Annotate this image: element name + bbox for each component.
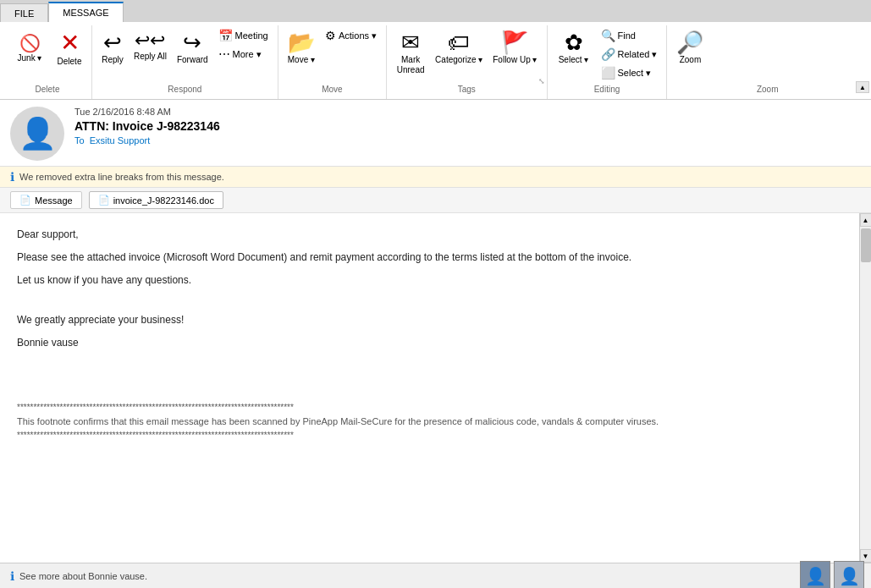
- find-button[interactable]: 🔍 Find: [597, 27, 662, 44]
- group-tags-label: Tags: [387, 85, 546, 94]
- scroll-thumb[interactable]: [861, 228, 871, 262]
- delete-button[interactable]: ✕ Delete: [52, 27, 86, 83]
- more-label: More ▾: [233, 49, 262, 60]
- more-button[interactable]: ⋯ More ▾: [214, 46, 273, 63]
- email-body-container[interactable]: Dear support, Please see the attached in…: [0, 213, 859, 546]
- forward-label: Forward: [177, 55, 208, 65]
- email-body: Dear support, Please see the attached in…: [17, 227, 842, 442]
- reply-all-button[interactable]: ↩↩ Reply All: [130, 27, 171, 83]
- main-content: 👤 Tue 2/16/2016 8:48 AM ATTN: Invoice J-…: [0, 100, 871, 588]
- tab-message[interactable]: MESSAGE: [48, 2, 123, 22]
- delete-icon: ✕: [60, 31, 80, 55]
- info-bar: ℹ We removed extra line breaks from this…: [0, 167, 871, 188]
- mark-unread-icon: ✉: [401, 31, 420, 53]
- message-tab-label: Message: [35, 195, 73, 206]
- more-icon: ⋯: [218, 47, 230, 61]
- email-body-wrapper: Dear support, Please see the attached in…: [0, 213, 871, 563]
- actions-button[interactable]: ⚙ Actions ▾: [321, 27, 381, 44]
- footer-avatar-1-icon: 👤: [805, 566, 826, 586]
- translate-button[interactable]: ✿ Select ▾: [553, 27, 595, 83]
- footnote: ****************************************…: [17, 401, 842, 443]
- tab-bar: FILE MESSAGE: [0, 0, 871, 22]
- footer-avatar-2[interactable]: 👤: [834, 561, 864, 589]
- to-value[interactable]: Exsitu Support: [90, 135, 151, 146]
- group-editing-label: Editing: [548, 85, 667, 94]
- follow-up-icon: 🚩: [501, 31, 528, 53]
- ribbon-group-editing: ✿ Select ▾ 🔍 Find 🔗 Related ▾ ⬜ Select ▾…: [548, 25, 668, 99]
- tags-expand-icon[interactable]: ⤡: [538, 77, 545, 85]
- attachment-file-icon: 📄: [98, 195, 110, 206]
- attachment-file-label: invoice_J-98223146.doc: [113, 195, 214, 206]
- forward-button[interactable]: ↪ Forward: [173, 27, 212, 83]
- footer-info-icon: ℹ: [10, 569, 14, 583]
- select-label: Select ▾: [618, 68, 652, 79]
- delete-label: Delete: [58, 57, 82, 67]
- info-message: We removed extra line breaks from this m…: [19, 172, 224, 182]
- ribbon-group-delete: 🚫 Junk ▾ ✕ Delete Delete: [3, 25, 92, 99]
- footnote-stars1: ****************************************…: [17, 401, 842, 415]
- junk-label: Junk ▾: [18, 53, 42, 63]
- email-date: Tue 2/16/2016 8:48 AM: [74, 107, 861, 117]
- footer-info: ℹ See more about Bonnie vause.: [10, 569, 861, 583]
- ribbon: 🚫 Junk ▾ ✕ Delete Delete ↩ Reply ↩↩ Repl…: [0, 22, 871, 100]
- find-icon: 🔍: [601, 29, 615, 42]
- email-header: 👤 Tue 2/16/2016 8:48 AM ATTN: Invoice J-…: [0, 100, 871, 167]
- email-subject: ATTN: Invoice J-98223146: [74, 119, 861, 133]
- zoom-button[interactable]: 🔎 Zoom: [672, 27, 708, 83]
- group-respond-label: Respond: [92, 85, 278, 94]
- sender-avatar: 👤: [10, 107, 64, 161]
- tab-file-label: FILE: [14, 8, 34, 19]
- message-tab-button[interactable]: 📄 Message: [10, 191, 82, 209]
- body-signature: Bonnie vause: [17, 335, 842, 351]
- translate-icon: ✿: [565, 31, 583, 53]
- ribbon-group-zoom: 🔎 Zoom Zoom: [667, 25, 868, 99]
- find-label: Find: [618, 30, 636, 41]
- select-button[interactable]: ⬜ Select ▾: [597, 64, 662, 81]
- group-zoom-label: Zoom: [667, 85, 868, 94]
- avatar-person-icon: 👤: [19, 116, 57, 151]
- tab-file[interactable]: FILE: [0, 3, 48, 22]
- mark-unread-button[interactable]: ✉ MarkUnread: [392, 27, 429, 83]
- move-icon: 📂: [288, 31, 315, 53]
- attachment-file-button[interactable]: 📄 invoice_J-98223146.doc: [89, 191, 223, 209]
- reply-button[interactable]: ↩ Reply: [97, 27, 128, 83]
- email-meta: Tue 2/16/2016 8:48 AM ATTN: Invoice J-98…: [74, 107, 861, 146]
- group-move-label: Move: [278, 85, 386, 94]
- follow-up-label: Follow Up ▾: [493, 55, 537, 65]
- zoom-icon: 🔎: [676, 31, 703, 53]
- follow-up-button[interactable]: 🚩 Follow Up ▾: [488, 27, 541, 83]
- body-para1: Please see the attached invoice (Microso…: [17, 250, 842, 266]
- respond-small-btns: 📅 Meeting ⋯ More ▾: [214, 27, 273, 76]
- related-label: Related ▾: [618, 49, 658, 60]
- actions-icon: ⚙: [325, 29, 336, 42]
- ribbon-group-move: 📂 Move ▾ ⚙ Actions ▾ Move: [278, 25, 387, 99]
- scroll-up-arrow[interactable]: ▲: [860, 213, 872, 227]
- meeting-label: Meeting: [235, 30, 268, 41]
- ribbon-group-tags: ✉ MarkUnread 🏷 Categorize ▾ 🚩 Follow Up …: [387, 25, 547, 99]
- meeting-button[interactable]: 📅 Meeting: [214, 27, 273, 44]
- vertical-scrollbar[interactable]: ▲ ▼: [859, 213, 871, 563]
- reply-label: Reply: [102, 55, 124, 65]
- footer-avatar-1[interactable]: 👤: [800, 561, 830, 589]
- footer-avatar-2-icon: 👤: [839, 566, 860, 586]
- tab-message-label: MESSAGE: [63, 8, 108, 18]
- junk-button[interactable]: 🚫 Junk ▾: [8, 27, 51, 83]
- body-greeting: Dear support,: [17, 227, 842, 243]
- footer: ℹ See more about Bonnie vause. 👤 👤: [0, 563, 871, 588]
- move-button[interactable]: 📂 Move ▾: [284, 27, 319, 83]
- message-tab-icon: 📄: [19, 195, 31, 206]
- categorize-button[interactable]: 🏷 Categorize ▾: [431, 27, 487, 83]
- translate-label: Select ▾: [559, 55, 589, 65]
- mark-unread-label: MarkUnread: [397, 55, 425, 75]
- categorize-icon: 🏷: [448, 31, 470, 53]
- related-button[interactable]: 🔗 Related ▾: [597, 46, 662, 63]
- group-delete-label: Delete: [3, 85, 91, 94]
- forward-icon: ↪: [183, 31, 201, 53]
- ribbon-collapse-button[interactable]: ▲: [856, 81, 869, 93]
- junk-icon: 🚫: [19, 33, 41, 53]
- related-icon: 🔗: [601, 47, 615, 61]
- actions-label: Actions ▾: [339, 30, 377, 41]
- move-label: Move ▾: [288, 55, 315, 65]
- ribbon-group-respond: ↩ Reply ↩↩ Reply All ↪ Forward 📅 Meeting…: [92, 25, 278, 99]
- footnote-stars2: ****************************************…: [17, 429, 842, 442]
